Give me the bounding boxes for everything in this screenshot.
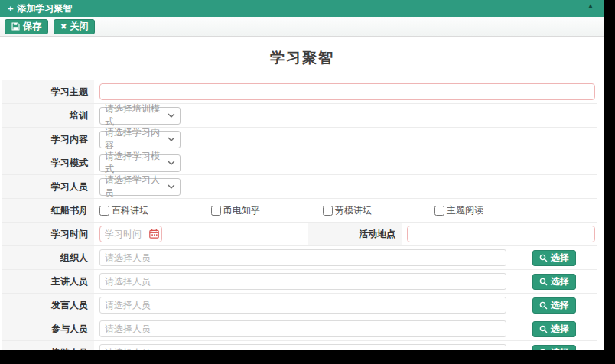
speaker-pick-button[interactable]: 选择 — [532, 297, 576, 314]
search-icon — [539, 349, 548, 351]
chevron-down-icon — [168, 137, 175, 141]
form-row-study-content: 学习内容 请选择学习内容 — [2, 128, 597, 151]
assistant-pick-button[interactable]: 选择 — [532, 345, 576, 351]
laomo-forum-checkbox-label: 劳模讲坛 — [335, 204, 372, 217]
search-icon — [539, 301, 548, 310]
organizer-pick-button[interactable]: 选择 — [532, 250, 576, 266]
study-mode-label: 学习模式 — [2, 151, 94, 174]
laomo-forum-checkbox[interactable] — [323, 206, 333, 216]
yongdian-zhihu-checkbox-label: 甬电知乎 — [223, 204, 260, 217]
page-title: 学习聚智 — [0, 37, 604, 80]
collapse-caret-icon[interactable]: ▲ — [587, 3, 594, 9]
assistant-label: 协助人员 — [2, 341, 94, 350]
form-row-red-boat: 红船书舟 百科讲坛 甬电知乎 劳模讲坛 主题阅读 — [2, 199, 597, 223]
toolbar: 保存 ✖ 关闭 — [0, 17, 604, 37]
chevron-down-icon — [168, 113, 175, 118]
chevron-down-icon — [168, 184, 175, 189]
panel-title: 添加学习聚智 — [18, 2, 73, 15]
checkbox-item-laomo-forum[interactable]: 劳模讲坛 — [323, 204, 434, 217]
close-button[interactable]: ✖ 关闭 — [54, 19, 95, 34]
close-icon: ✖ — [60, 23, 67, 31]
theme-reading-checkbox-label: 主题阅读 — [447, 204, 483, 217]
close-button-label: 关闭 — [70, 20, 88, 33]
chevron-down-icon — [168, 161, 175, 165]
add-study-panel: + 添加学习聚智 ▲ 保存 ✖ 关闭 学习聚智 学习主题 — [0, 0, 604, 350]
lecturer-pick-button-label: 选择 — [551, 275, 569, 288]
form-row-study-time-location: 学习时间 活动地点 — [2, 223, 597, 246]
organizer-input[interactable] — [99, 249, 506, 266]
save-button-label: 保存 — [23, 20, 41, 33]
form-row-study-topic: 学习主题 — [2, 80, 597, 104]
study-topic-input[interactable] — [99, 83, 595, 100]
save-button[interactable]: 保存 — [5, 19, 48, 34]
participant-label: 参与人员 — [2, 317, 94, 340]
checkbox-item-theme-reading[interactable]: 主题阅读 — [434, 204, 546, 217]
search-icon — [539, 278, 548, 286]
red-boat-label: 红船书舟 — [2, 199, 94, 222]
lecturer-label: 主讲人员 — [2, 270, 94, 293]
study-time-label: 学习时间 — [2, 223, 94, 245]
panel-header: + 添加学习聚智 ▲ — [0, 0, 604, 17]
study-content-label: 学习内容 — [2, 128, 94, 151]
participant-input[interactable] — [99, 320, 506, 337]
training-label: 培训 — [2, 104, 94, 127]
form-row-study-personnel: 学习人员 请选择学习人员 — [2, 175, 597, 199]
study-topic-label: 学习主题 — [2, 80, 94, 103]
form-row-organizer: 组织人 选择 — [2, 246, 597, 270]
form-row-assistant: 协助人员 选择 — [2, 341, 597, 350]
baike-forum-checkbox-label: 百科讲坛 — [112, 204, 148, 217]
training-select[interactable]: 请选择培训模式 — [99, 107, 181, 125]
lecturer-input[interactable] — [99, 273, 506, 290]
study-content-select-placeholder: 请选择学习内容 — [105, 126, 168, 152]
form-row-speaker: 发言人员 选择 — [2, 294, 597, 317]
organizer-pick-button-label: 选择 — [551, 252, 569, 265]
participant-pick-button-label: 选择 — [551, 323, 569, 336]
study-personnel-select-placeholder: 请选择学习人员 — [105, 174, 168, 200]
speaker-pick-button-label: 选择 — [551, 299, 569, 312]
study-form: 学习主题 培训 请选择培训模式 学习内容 请选择学习内容 — [2, 80, 597, 350]
study-personnel-label: 学习人员 — [2, 175, 94, 198]
activity-location-label: 活动地点 — [308, 223, 402, 245]
speaker-input[interactable] — [99, 297, 506, 314]
study-time-input[interactable] — [99, 226, 162, 242]
study-personnel-select[interactable]: 请选择学习人员 — [99, 178, 181, 196]
form-row-training: 培训 请选择培训模式 — [2, 104, 597, 128]
theme-reading-checkbox[interactable] — [434, 206, 444, 216]
plus-icon: + — [8, 3, 14, 15]
search-icon — [539, 325, 548, 333]
assistant-pick-button-label: 选择 — [551, 346, 569, 351]
baike-forum-checkbox[interactable] — [99, 206, 109, 216]
activity-location-input[interactable] — [407, 226, 595, 242]
form-row-study-mode: 学习模式 请选择学习模式 — [2, 151, 597, 175]
yongdian-zhihu-checkbox[interactable] — [211, 206, 221, 216]
study-content-select[interactable]: 请选择学习内容 — [99, 131, 181, 148]
organizer-label: 组织人 — [2, 246, 94, 269]
study-mode-select-placeholder: 请选择学习模式 — [105, 150, 168, 176]
speaker-label: 发言人员 — [2, 294, 94, 317]
form-row-lecturer: 主讲人员 选择 — [2, 270, 597, 294]
search-icon — [539, 254, 548, 262]
lecturer-pick-button[interactable]: 选择 — [532, 274, 576, 290]
training-select-placeholder: 请选择培训模式 — [105, 102, 168, 128]
assistant-input[interactable] — [99, 344, 506, 350]
form-row-participant: 参与人员 选择 — [2, 317, 597, 341]
participant-pick-button[interactable]: 选择 — [532, 321, 576, 337]
save-icon — [11, 22, 20, 31]
study-mode-select[interactable]: 请选择学习模式 — [99, 154, 181, 172]
checkbox-item-baike-forum[interactable]: 百科讲坛 — [99, 204, 211, 217]
checkbox-item-yongdian-zhihu[interactable]: 甬电知乎 — [211, 204, 323, 217]
